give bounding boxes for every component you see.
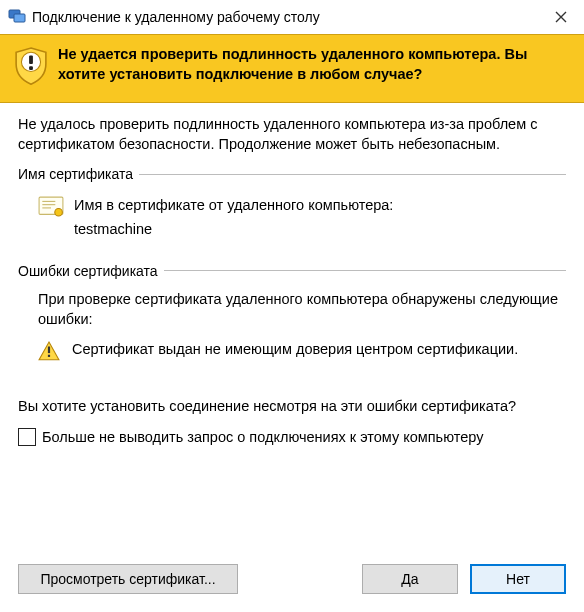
svg-point-9 <box>55 209 63 217</box>
intro-text: Не удалось проверить подлинность удаленн… <box>18 115 566 154</box>
shield-warning-icon <box>14 47 48 88</box>
certificate-error-text: Сертификат выдан не имеющим доверия цент… <box>72 339 518 359</box>
svg-rect-10 <box>48 347 50 354</box>
svg-rect-4 <box>29 66 33 70</box>
checkbox-box[interactable] <box>18 428 36 446</box>
certificate-name-text: Имя в сертификате от удаленного компьюте… <box>74 194 393 240</box>
titlebar-title: Подключение к удаленному рабочему столу <box>26 9 538 25</box>
certificate-errors-group: Ошибки сертификата При проверке сертифик… <box>18 263 566 374</box>
certificate-name-group: Имя сертификата Имя в сертификате от уда… <box>18 166 566 252</box>
rdp-app-icon <box>8 7 26 28</box>
rdp-certificate-warning-dialog: Подключение к удаленному рабочему столу … <box>0 0 584 612</box>
dialog-body: Не удалось проверить подлинность удаленн… <box>0 103 584 564</box>
view-certificate-button[interactable]: Просмотреть сертификат... <box>18 564 238 594</box>
certificate-icon <box>38 196 64 221</box>
confirm-question: Вы хотите установить соединение несмотря… <box>18 396 566 416</box>
svg-rect-11 <box>48 355 50 357</box>
certificate-name-legend: Имя сертификата <box>18 166 139 182</box>
svg-rect-3 <box>29 56 33 65</box>
dont-ask-again-checkbox[interactable]: Больше не выводить запрос о подключениях… <box>18 428 566 446</box>
warning-banner: Не удается проверить подлинность удаленн… <box>0 34 584 103</box>
certificate-name-value: testmachine <box>74 218 393 241</box>
certificate-errors-legend: Ошибки сертификата <box>18 263 164 279</box>
yes-button[interactable]: Да <box>362 564 458 594</box>
checkbox-label: Больше не выводить запрос о подключениях… <box>42 429 483 445</box>
certificate-errors-intro: При проверке сертификата удаленного комп… <box>18 289 566 340</box>
certificate-name-label: Имя в сертификате от удаленного компьюте… <box>74 194 393 217</box>
button-row: Просмотреть сертификат... Да Нет <box>0 564 584 612</box>
warning-triangle-icon <box>38 341 60 364</box>
titlebar: Подключение к удаленному рабочему столу <box>0 0 584 34</box>
warning-banner-text: Не удается проверить подлинность удаленн… <box>58 45 566 84</box>
certificate-error-item: Сертификат выдан не имеющим доверия цент… <box>18 339 566 368</box>
svg-rect-1 <box>14 14 25 22</box>
close-button[interactable] <box>538 0 584 34</box>
no-button[interactable]: Нет <box>470 564 566 594</box>
